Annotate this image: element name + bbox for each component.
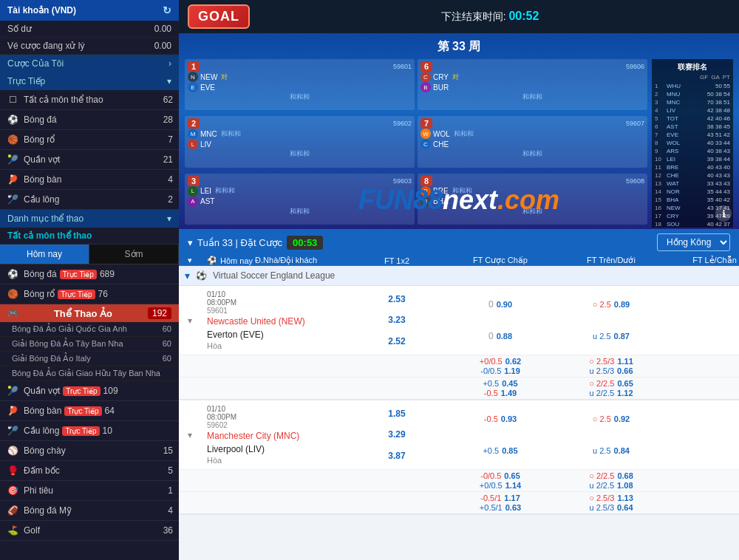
sport-darts[interactable]: 🎯 Phi tiêu 1 [0,481,179,501]
sub-under-val-2a[interactable]: 1.08 [617,481,633,490]
odds-away-1[interactable]: 2.52 [382,335,411,348]
chap-val-home-1[interactable]: 0.90 [497,300,512,309]
sport-pingpong-live[interactable]: 🏓 Bóng bàn Trực Tiếp 64 [0,401,179,421]
under-val-2[interactable]: 0.84 [614,446,630,455]
chap-val-away-1[interactable]: 0.88 [497,332,512,341]
sub-over-val-1a[interactable]: 1.11 [617,357,633,366]
match-id: 59607 [626,120,644,127]
sub-over-val-2b[interactable]: 1.13 [617,494,633,502]
column-headers: ▾ ⚽ Hôm nay Đ.Nhà/Đội khách FT 1x2 FT Cư… [179,256,739,266]
chap-val-away-2[interactable]: 0.85 [502,446,517,455]
sub-hd-val-1b[interactable]: 0.45 [502,379,517,388]
team-name-home: WOL [433,130,450,138]
virtual-sub-eng[interactable]: Bóng Đá Ảo Giải Quốc Gia Anh 60 [0,322,179,337]
sport-tennis-live[interactable]: 🎾 Quần vợt Trực Tiếp 109 [0,381,179,401]
over-val-2[interactable]: 0.92 [614,414,630,423]
sub-hd2-val-1b[interactable]: 1.49 [501,389,517,397]
team-away: C CHE [420,139,644,149]
team-badge-home: N [188,72,198,82]
rank-12: 12CHE40 43 43 [655,171,730,180]
sub-hd2-val-2a[interactable]: 1.14 [505,481,521,490]
col-chap: FT Cược Chấp [445,256,556,265]
sport-badminton-live[interactable]: 🏸 Cầu lông Trực Tiếp 10 [0,421,179,441]
team-badge-away: A [188,197,198,207]
match-id: 59608 [626,177,644,185]
sport-pingpong[interactable]: 🏓 Bóng bàn 4 [0,170,179,190]
chap-home-2: -0.5 0.93 [484,414,517,423]
team-home: W WOL 和和和 [420,129,644,139]
match-id-1: 59601 [207,307,343,315]
sport-name: Bóng bàn [24,406,61,416]
odds-home-2[interactable]: 1.85 [382,407,411,420]
sport-name: Tất cả môn thể thao [24,95,103,105]
sub-hd2-val-2b[interactable]: 0.63 [505,503,521,512]
live-toggle[interactable]: Trực Tiếp ▾ [0,72,179,90]
under-val-1[interactable]: 0.87 [614,332,630,341]
live-badge: Trực Tiếp [60,270,97,279]
handicap-away-1: 0 [488,331,494,341]
match-toggle-1[interactable]: ▾ [179,286,201,355]
sport-boxing[interactable]: 🥊 Đấm bốc 5 [0,461,179,481]
team-badge-away: C [420,139,431,149]
chap-val-home-2[interactable]: 0.93 [501,414,517,423]
rank-3: 3MNC70 38 51 [655,98,730,106]
sub-hd2-val-1a[interactable]: 1.19 [504,366,520,375]
sub-under-2b: u 2.5/3 0.64 [589,503,633,512]
sport-badminton[interactable]: 🏸 Cầu lông 2 [0,190,179,210]
odds-away-2[interactable]: 3.87 [382,449,411,462]
my-bets-toggle[interactable]: Cược Của Tôi › [0,55,179,72]
odds-draw-1[interactable]: 3.23 [382,313,411,327]
sport-name: Bóng đá [24,269,57,279]
vs-label: 对 [221,72,228,82]
tab-today[interactable]: Hôm nay [0,245,89,264]
balance-label: Số dư [7,24,32,34]
info-icon[interactable]: ℹ [715,205,732,222]
sport-name: Bóng rổ [24,134,55,145]
col-1x2: FT 1x2 [349,256,445,265]
league-name: Virtual Soccer England League [213,270,335,281]
category-toggle[interactable]: Danh mục thể thao ▾ [0,210,179,228]
rank-1: 1WHU50 55 [655,82,730,90]
match-date-1: 01/10 [207,290,343,298]
live-basketball[interactable]: 🏀 Bóng rổ Trực Tiếp 76 [0,284,179,304]
over-val-1[interactable]: 0.89 [614,300,630,309]
sub-under-val-2b[interactable]: 0.64 [617,503,633,512]
match-toggle-2[interactable]: ▾ [179,400,201,469]
sport-tennis[interactable]: 🎾 Quần vợt 21 [0,150,179,170]
rank-header: 联赛排名 [655,62,730,72]
rank-14: 14NOR35 44 43 [655,188,730,196]
league-icon2: ⚽ [196,270,207,281]
virtual-sub-spain[interactable]: Giải Bóng Đá Ảo Tây Ban Nha 60 [0,337,179,352]
virtual-sub-friendly[interactable]: Bóng Đá Ảo Giải Giao Hữu Tây Ban Nha [0,366,179,381]
sport-basketball[interactable]: 🏀 Bóng rổ 7 [0,130,179,150]
sport-all[interactable]: ☐ Tất cả môn thể thao 62 [0,90,179,110]
sub-hd-val-2b[interactable]: 1.17 [504,494,520,502]
sport-name: Cầu lông [24,194,59,205]
refresh-icon[interactable]: ↻ [163,4,171,16]
virtual-sports-label: Thể Thao Ảo [54,308,112,319]
sport-golf[interactable]: ⛳ Golf 36 [0,521,179,541]
tab-early[interactable]: Sớm [89,245,179,264]
sub-tren-2a: ○ 2/2.5 0.68 u 2/2.5 1.08 [556,470,667,491]
sport-count: 4 [168,174,173,185]
odds-home-1[interactable]: 2.53 [382,293,411,306]
odds-draw-2[interactable]: 3.29 [382,428,411,441]
sport-american-football[interactable]: 🏈 Bóng đá Mỹ 4 [0,501,179,521]
sport-baseball[interactable]: ⚾ Bóng chày 15 [0,441,179,461]
sub-hd-val-1a[interactable]: 0.62 [505,357,521,366]
match-status: 和和和 [188,149,412,159]
under-line-1: u 2.5 [593,332,610,341]
sub-over-val-2a[interactable]: 0.68 [617,471,633,480]
sub-under-val-1a[interactable]: 0.66 [617,366,633,375]
sub-under-val-1b[interactable]: 1.12 [617,389,633,397]
sport-football[interactable]: ⚽ Bóng đá 28 [0,110,179,130]
virtual-sports-row[interactable]: 🎮 Thể Thao Ảo 192 [0,304,179,322]
sub-hd-val-2a[interactable]: 0.65 [504,471,520,480]
sub-hd2-2a: +0/0.5 [480,481,503,490]
virtual-sub-italy[interactable]: Giải Bóng Đá Ảo Italy 60 [0,352,179,366]
rankings-table: 联赛排名 GFGAPT 1WHU50 55 2MNU50 38 54 3MNC7… [652,59,733,228]
region-select[interactable]: Hồng Kông [657,233,730,251]
sub-over-val-1b[interactable]: 0.65 [617,379,633,388]
all-sports-link[interactable]: Tất cả môn thể thao [0,228,179,245]
live-football[interactable]: ⚽ Bóng đá Trực Tiếp 689 [0,264,179,284]
